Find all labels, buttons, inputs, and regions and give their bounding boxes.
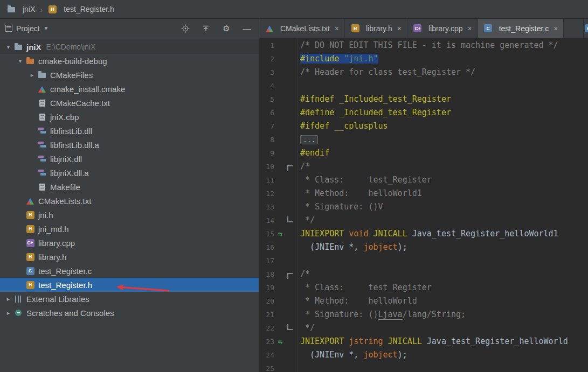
tab-test-register-c[interactable]: Ctest_Register.c× xyxy=(478,19,564,38)
code-line-4[interactable]: 4 xyxy=(259,79,588,93)
code-line-23[interactable]: 23⇆JNIEXPORT jstring JNICALL Java_test_R… xyxy=(259,335,588,348)
tab-library-h[interactable]: Hlibrary.h× xyxy=(345,19,407,38)
hide-panel-icon[interactable]: — xyxy=(243,24,251,33)
code-line-7[interactable]: 7#ifdef __cplusplus xyxy=(259,120,588,133)
code-line-18[interactable]: 18/* xyxy=(259,268,588,281)
chevron-down-icon[interactable]: ▾ xyxy=(3,44,13,51)
code-text: JNIEXPORT jstring JNICALL Java_test_Regi… xyxy=(294,335,568,348)
chevron-right-icon[interactable]: ▸ xyxy=(3,310,13,317)
tree-item-cmakecache-txt[interactable]: CMakeCache.txt xyxy=(0,96,259,110)
code-line-22[interactable]: 22 */ xyxy=(259,321,588,335)
code-line-13[interactable]: 13 * Signature: ()V xyxy=(259,200,588,214)
code-line-8[interactable]: 8... xyxy=(259,133,588,146)
tree-item-label: Makefile xyxy=(50,183,80,192)
code-line-11[interactable]: 11 * Class: test_Register xyxy=(259,173,588,187)
code-line-25[interactable]: 25 xyxy=(259,362,588,372)
code-line-24[interactable]: 24 (JNIEnv *, jobject); xyxy=(259,348,588,362)
code-line-5[interactable]: 5#ifndef _Included_test_Register xyxy=(259,93,588,106)
tree-item-library-cpp[interactable]: C+library.cpp xyxy=(0,236,259,250)
close-tab-icon[interactable]: × xyxy=(335,24,339,33)
tree-item-cmake-build-debug[interactable]: ▾cmake-build-debug xyxy=(0,54,259,68)
code-line-15[interactable]: 15⇆JNIEXPORT void JNICALL Java_test_Regi… xyxy=(259,227,588,241)
tree-item-test-register-c[interactable]: Ctest_Register.c xyxy=(0,264,259,278)
code-line-17[interactable]: 17 xyxy=(259,254,588,268)
h-icon: H xyxy=(25,224,35,233)
lib-icon xyxy=(37,155,47,163)
locate-file-icon[interactable] xyxy=(181,24,190,33)
code-token: (JNIEnv *, xyxy=(300,350,363,360)
code-text: /* xyxy=(294,268,310,281)
c-icon: C xyxy=(483,24,493,33)
chevron-right-icon: › xyxy=(40,5,43,14)
tree-item-jni-h[interactable]: Hjni.h xyxy=(0,208,259,222)
project-view-selector[interactable]: Project ▼ xyxy=(5,24,49,33)
line-number: 13 xyxy=(259,200,274,214)
code-token: /lang/String; xyxy=(403,310,466,319)
code-line-21[interactable]: 21 * Signature: ()Ljava/lang/String; xyxy=(259,308,588,321)
tree-item-libjnix-dll[interactable]: libjniX.dll xyxy=(0,152,259,166)
tree-item-jnix-cbp[interactable]: jniX.cbp xyxy=(0,110,259,124)
tree-item-libfirstlib-dll-a[interactable]: libfirstLib.dll.a xyxy=(0,138,259,152)
tab-library-cpp[interactable]: C+library.cpp× xyxy=(407,19,478,38)
tree-item-makefile[interactable]: Makefile xyxy=(0,180,259,194)
code-token: /* DO NOT EDIT THIS FILE - it is machine… xyxy=(300,40,558,50)
fold-start-icon[interactable] xyxy=(287,273,293,279)
chevron-down-icon[interactable]: ▾ xyxy=(15,58,25,65)
close-tab-icon[interactable]: × xyxy=(397,24,402,33)
code-line-19[interactable]: 19 * Class: test_Register xyxy=(259,281,588,294)
tree-item-library-h[interactable]: Hlibrary.h xyxy=(0,250,259,264)
tree-item-scratches-and-consoles[interactable]: ▸Scratches and Consoles xyxy=(0,306,259,320)
tab-partial-hidden[interactable]: C xyxy=(583,19,588,38)
close-tab-icon[interactable]: × xyxy=(554,24,558,33)
tree-item-cmakefiles[interactable]: ▸CMakeFiles xyxy=(0,68,259,82)
breadcrumb-file[interactable]: test_Register.h xyxy=(64,5,114,13)
project-panel-title: Project xyxy=(16,24,40,33)
main-split: Project ▼ ⚙ — ▾jniXE:\CDemo\jniX▾cmake-b… xyxy=(0,19,588,372)
implemented-marker-icon[interactable]: ⇆ xyxy=(278,229,282,238)
tab-cmakelists-txt[interactable]: CMakeLists.txt× xyxy=(259,19,345,38)
chevron-right-icon[interactable]: ▸ xyxy=(27,72,37,79)
fold-start-icon[interactable] xyxy=(287,165,293,171)
tree-item-label: jni.h xyxy=(38,210,53,220)
breadcrumb-project[interactable]: jniX xyxy=(23,5,35,13)
doc-icon xyxy=(37,183,47,191)
tree-item-jnix[interactable]: ▾jniXE:\CDemo\jniX xyxy=(0,40,259,54)
code-line-16[interactable]: 16 (JNIEnv *, jobject); xyxy=(259,241,588,254)
tree-item-jni-md-h[interactable]: Hjni_md.h xyxy=(0,222,259,236)
doc-icon xyxy=(37,99,47,107)
tree-item-test-register-h[interactable]: Htest_Register.h xyxy=(0,278,259,292)
editor: CMakeLists.txt×Hlibrary.h×C+library.cpp×… xyxy=(259,19,588,372)
code-line-6[interactable]: 6#define _Included_test_Register xyxy=(259,106,588,120)
code-line-2[interactable]: 2#include "jni.h" xyxy=(259,52,588,66)
close-tab-icon[interactable]: × xyxy=(468,24,472,33)
tree-item-label: libfirstLib.dll.a xyxy=(50,141,99,150)
chevron-right-icon[interactable]: ▸ xyxy=(3,296,13,303)
tree-item-libjnix-dll-a[interactable]: libjniX.dll.a xyxy=(0,166,259,180)
code-line-20[interactable]: 20 * Method: helloWorld xyxy=(259,294,588,308)
implemented-marker-icon[interactable]: ⇆ xyxy=(278,337,282,346)
code-token: /* xyxy=(300,162,310,171)
code-line-1[interactable]: 1/* DO NOT EDIT THIS FILE - it is machin… xyxy=(259,39,588,52)
cpp-icon: C+ xyxy=(25,238,35,247)
h-icon: H xyxy=(25,210,35,219)
line-number: 7 xyxy=(259,120,274,133)
settings-gear-icon[interactable]: ⚙ xyxy=(222,24,231,33)
tree-item-cmakelists-txt[interactable]: CMakeLists.txt xyxy=(0,194,259,208)
code-line-10[interactable]: 10/* xyxy=(259,160,588,173)
tree-item-cmake-install-cmake[interactable]: cmake_install.cmake xyxy=(0,82,259,96)
project-tool-icon xyxy=(5,25,12,32)
folded-region[interactable]: ... xyxy=(300,135,318,144)
fold-end-icon[interactable] xyxy=(287,216,293,222)
fold-end-icon[interactable] xyxy=(287,324,293,330)
collapse-all-icon[interactable] xyxy=(202,24,210,33)
code-line-14[interactable]: 14 */ xyxy=(259,214,588,227)
tree-item-libfirstlib-dll[interactable]: libfirstLib.dll xyxy=(0,124,259,138)
editor-code[interactable]: 1/* DO NOT EDIT THIS FILE - it is machin… xyxy=(259,38,588,372)
tree-item-external-libraries[interactable]: ▸External Libraries xyxy=(0,292,259,306)
code-line-12[interactable]: 12 * Method: helloWorld1 xyxy=(259,187,588,200)
code-line-9[interactable]: 9#endif xyxy=(259,146,588,160)
code-line-3[interactable]: 3/* Header for class test_Register */ xyxy=(259,66,588,79)
line-number: 19 xyxy=(259,281,274,294)
code-text: * Class: test_Register xyxy=(294,173,432,187)
code-token: (JNIEnv *, xyxy=(300,242,363,252)
